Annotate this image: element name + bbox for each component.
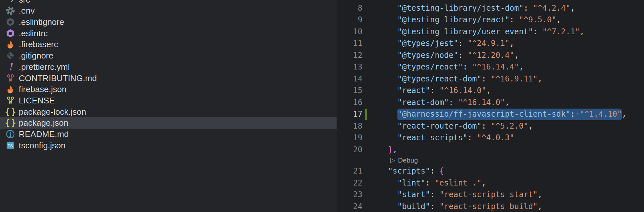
indent-guide	[379, 14, 379, 26]
code-line[interactable]: 18"react-router-dom": "^5.2.0",	[337, 120, 644, 132]
line-number[interactable]: 14	[337, 73, 362, 85]
code-token: :	[468, 133, 477, 142]
file-row[interactable]: TStsconfig.json	[0, 140, 337, 151]
indent-guide	[388, 132, 388, 144]
code-line[interactable]: 10"@testing-library/user-event": "^7.2.1…	[337, 26, 644, 38]
code-line[interactable]: 15"react": "^16.14.0",	[337, 85, 644, 97]
codelens-label: Debug	[398, 155, 418, 165]
code-line[interactable]: 24"build": "react-scripts build",	[337, 201, 644, 212]
line-number[interactable]: 13	[337, 61, 362, 73]
line-number[interactable]: 21	[337, 165, 362, 177]
code-token: :	[533, 27, 542, 36]
code-token: "build"	[397, 202, 430, 211]
line-number[interactable]: 22	[337, 177, 362, 189]
code-token: ,	[552, 0, 556, 1]
code-token: ,	[580, 27, 584, 36]
code-line[interactable]: 17"@harnessio/ff-javascript-client-sdk":…	[337, 108, 644, 120]
code-token: :	[463, 62, 472, 71]
code-line[interactable]: 9"@testing-library/react": "^9.5.0",	[337, 14, 644, 26]
line-number[interactable]: 15	[337, 85, 362, 97]
line-number[interactable]: 20	[337, 144, 362, 156]
code-token: "^1.4.10"	[580, 110, 622, 119]
code-line[interactable]: 11"@types/jest": "^24.9.1",	[337, 37, 644, 49]
code-line[interactable]: 12"@types/node": "^12.20.4",	[337, 49, 644, 61]
code-editor: 7"@testing-library/dom": "^7.21.4",8"@te…	[337, 0, 644, 212]
file-row[interactable]: {}package.json	[0, 117, 337, 129]
line-number[interactable]: 23	[337, 189, 362, 201]
indent-guide	[379, 61, 379, 73]
line-number[interactable]: 8	[337, 2, 362, 14]
line-number[interactable]: 18	[337, 120, 362, 132]
code-token: ,	[514, 51, 519, 60]
code-text: "@testing-library/jest-dom": "^4.2.4",	[397, 2, 575, 14]
line-number[interactable]: 19	[337, 132, 362, 144]
line-number[interactable]: 12	[337, 49, 362, 61]
code-token: :	[500, 0, 510, 1]
line-number[interactable]: 11	[337, 37, 362, 49]
code-token: ,	[538, 190, 542, 199]
code-token: :	[426, 178, 435, 187]
file-name: tsconfig.json	[19, 140, 66, 150]
info-icon	[6, 129, 15, 139]
code-token: :	[449, 98, 458, 107]
code-line[interactable]: 20},	[337, 144, 644, 156]
indent-guide	[379, 85, 379, 97]
eslint-icon	[6, 28, 15, 38]
code-token: "^24.9.1"	[468, 39, 510, 48]
code-text: "@types/react-dom": "^16.9.11",	[397, 73, 542, 85]
file-name: package-lock.json	[19, 107, 86, 117]
code-line[interactable]: 19"react-scripts": "^4.0.3"	[337, 132, 644, 144]
file-name: .eslintignore	[19, 17, 64, 27]
file-name: CONTRIBUTING.md	[19, 73, 97, 83]
play-outline-icon: ▷	[390, 155, 395, 165]
file-row[interactable]: CONTRIBUTING.md	[0, 72, 337, 84]
file-row[interactable]: LICENSE	[0, 95, 337, 106]
code-token: "^7.21.4"	[510, 0, 552, 1]
code-token: "^4.2.4"	[533, 4, 571, 13]
file-row[interactable]: README.md	[0, 129, 337, 140]
line-number[interactable]: 24	[337, 201, 362, 212]
file-row[interactable]: {}package-lock.json	[0, 106, 337, 117]
line-number[interactable]: 10	[337, 26, 362, 38]
indent-guide	[388, 201, 388, 212]
code-token: "^9.5.0"	[519, 15, 556, 24]
code-text: "start": "react-scripts start",	[397, 189, 542, 201]
code-line[interactable]: 23"start": "react-scripts start",	[337, 189, 644, 201]
exclamation-icon: !	[6, 62, 15, 72]
code-line[interactable]: 16"react-dom": "^16.14.0",	[337, 97, 644, 109]
codelens-debug-link[interactable]: ▷Debug	[390, 155, 418, 165]
code-token: "^16.14.0"	[458, 98, 505, 107]
line-number[interactable]: 16	[337, 97, 362, 109]
code-token: ,	[486, 86, 491, 95]
file-row[interactable]: .eslintrc	[0, 27, 337, 39]
code-token: :	[524, 4, 533, 13]
indent-guide	[379, 165, 379, 177]
file-row[interactable]: .gitignore	[0, 50, 337, 61]
file-row[interactable]: .eslintignore	[0, 16, 337, 28]
file-row[interactable]: .env	[0, 5, 337, 16]
code-token: "^12.20.4"	[468, 51, 515, 60]
code-token: ,	[538, 74, 542, 83]
code-token: "^7.2.1"	[542, 27, 580, 36]
folder-row-src[interactable]: src	[0, 0, 337, 5]
line-number[interactable]: 9	[337, 14, 362, 26]
code-token: ,	[505, 98, 509, 107]
code-token: :	[510, 15, 519, 24]
code-line[interactable]: 8"@testing-library/jest-dom": "^4.2.4",	[337, 2, 644, 14]
code-token: "@harnessio/ff-javascript-client-sdk"	[397, 110, 571, 119]
code-line[interactable]: 13"@types/react": "^16.14.4",	[337, 61, 644, 73]
code-token: :	[430, 86, 439, 95]
code-line[interactable]: 14"@types/react-dom": "^16.9.11",	[337, 73, 644, 85]
code-text: "@harnessio/ff-javascript-client-sdk":·"…	[397, 108, 627, 120]
file-row[interactable]: .firebaserc	[0, 39, 337, 50]
code-token: :	[430, 190, 439, 199]
codelens-row: ▷Debug	[337, 155, 644, 165]
line-number[interactable]: 17	[337, 108, 362, 120]
file-row[interactable]: firebase.json	[0, 84, 337, 95]
code-text: "lint": "eslint .",	[397, 177, 486, 189]
file-name: firebase.json	[19, 84, 66, 94]
code-line[interactable]: 22"lint": "eslint .",	[337, 177, 644, 189]
file-row[interactable]: !.prettierrc.yml	[0, 61, 337, 73]
code-token: ,	[528, 122, 533, 131]
code-line[interactable]: 21"scripts": {	[337, 165, 644, 177]
